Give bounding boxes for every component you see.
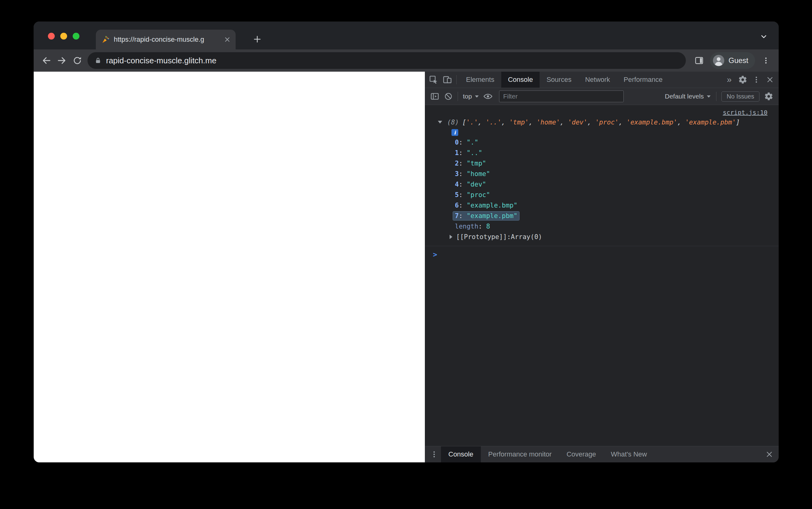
entry-content: 1: ".." xyxy=(455,149,482,157)
drawer-tab-performance-monitor[interactable]: Performance monitor xyxy=(481,446,559,462)
forward-button[interactable] xyxy=(54,53,69,68)
devtools-settings-button[interactable] xyxy=(736,73,750,87)
devtools-menu-button[interactable] xyxy=(750,73,763,87)
drawer-tab-what-s-new[interactable]: What's New xyxy=(603,446,655,462)
colon: : xyxy=(459,160,467,167)
device-toolbar-button[interactable] xyxy=(440,73,454,87)
entry-content: 5: "proc" xyxy=(455,191,490,199)
kebab-menu-icon xyxy=(430,450,438,459)
address-bar[interactable]: rapid-concise-muscle.glitch.me xyxy=(88,52,686,69)
entry-index: 1 xyxy=(455,149,459,157)
comma: , xyxy=(529,118,536,126)
entry-index: 5 xyxy=(455,191,459,199)
drawer-close-button[interactable] xyxy=(762,447,776,461)
array-entry: 5: "proc" xyxy=(425,190,779,200)
console-prompt[interactable]: > xyxy=(425,246,779,259)
console-sidebar-button[interactable] xyxy=(428,90,442,103)
browser-tab[interactable]: https://rapid-concise-muscle.g xyxy=(96,30,236,49)
tab-close-icon[interactable] xyxy=(223,36,231,43)
entry-index: 0 xyxy=(455,139,459,146)
browser-menu-button[interactable] xyxy=(758,53,774,68)
array-entry: 1: ".." xyxy=(425,148,779,158)
desktop-background: https://rapid-concise-muscle.g xyxy=(0,0,812,509)
entry-index: 4 xyxy=(455,181,459,188)
live-expression-button[interactable] xyxy=(481,90,495,103)
comma: , xyxy=(560,118,568,126)
forward-arrow-icon xyxy=(57,55,67,66)
entry-index: 2 xyxy=(455,160,459,167)
drawer-menu-button[interactable] xyxy=(427,447,441,461)
gear-icon xyxy=(764,92,773,101)
entry-value: "proc" xyxy=(467,191,490,199)
colon: : xyxy=(459,191,467,199)
expand-arrow-icon[interactable] xyxy=(438,121,442,124)
prototype-row[interactable]: [[Prototype]]: Array(0) xyxy=(425,232,779,242)
entry-value: "." xyxy=(467,139,478,146)
party-popper-icon xyxy=(101,35,110,44)
traffic-lights xyxy=(48,33,80,39)
browser-window: https://rapid-concise-muscle.g xyxy=(34,22,779,462)
lock-icon[interactable] xyxy=(94,57,102,64)
entry-index: 7 xyxy=(455,212,459,219)
colon: : xyxy=(459,212,467,219)
profile-name: Guest xyxy=(728,56,748,65)
drawer-tab-coverage[interactable]: Coverage xyxy=(559,446,603,462)
highlighted-entry: 7: "example.pbm" xyxy=(453,211,519,220)
console-toolbar: top Default levels xyxy=(425,88,779,105)
preview-string: 'tmp' xyxy=(509,118,529,126)
array-entry: 2: "tmp" xyxy=(425,158,779,169)
entry-value: "tmp" xyxy=(467,160,486,167)
entry-content: 3: "home" xyxy=(455,170,490,178)
entry-index: 3 xyxy=(455,170,459,178)
new-tab-button[interactable] xyxy=(250,32,264,46)
log-levels-dropdown[interactable]: Default levels xyxy=(662,93,714,100)
profile-button[interactable]: Guest xyxy=(710,52,755,69)
devtools-tab-list: ElementsConsoleSourcesNetworkPerformance xyxy=(459,72,669,88)
message-source: script.js:10 xyxy=(425,105,779,117)
context-selector[interactable]: top xyxy=(461,93,481,100)
page-content[interactable] xyxy=(34,72,425,462)
info-icon[interactable]: i xyxy=(451,129,458,136)
entry-content: 0: "." xyxy=(455,139,478,146)
eye-icon xyxy=(483,92,493,101)
console-settings-button[interactable] xyxy=(762,90,776,103)
caret-down-icon xyxy=(475,96,479,98)
console-output[interactable]: script.js:10 (8)['.', '..', 'tmp', 'home… xyxy=(425,105,779,446)
zoom-window-button[interactable] xyxy=(73,33,80,39)
tab-search-button[interactable] xyxy=(757,30,770,43)
devtools-tabbar: ElementsConsoleSourcesNetworkPerformance… xyxy=(425,72,779,88)
source-link[interactable]: script.js:10 xyxy=(723,109,768,116)
close-icon xyxy=(766,75,774,84)
console-sidebar-icon xyxy=(430,92,440,101)
comma: , xyxy=(501,118,509,126)
gear-icon xyxy=(738,75,747,84)
filter-input[interactable] xyxy=(499,91,624,102)
devtools-tab-console[interactable]: Console xyxy=(501,72,540,88)
devtools-tab-elements[interactable]: Elements xyxy=(459,72,501,88)
entry-value: "home" xyxy=(467,170,490,178)
more-tabs-button[interactable]: » xyxy=(722,75,736,84)
preview-string: '..' xyxy=(486,118,502,126)
devtools-tab-performance[interactable]: Performance xyxy=(617,72,669,88)
entry-value: "example.pbm" xyxy=(467,212,517,219)
devtools-tab-network[interactable]: Network xyxy=(578,72,617,88)
clear-console-button[interactable] xyxy=(442,90,455,103)
prototype-label: [[Prototype]] xyxy=(456,232,507,242)
devtools-tab-sources[interactable]: Sources xyxy=(539,72,578,88)
expand-arrow-icon[interactable] xyxy=(449,235,452,239)
comma: , xyxy=(588,118,595,126)
reload-icon xyxy=(72,56,82,66)
back-arrow-icon xyxy=(41,55,52,66)
drawer-tab-console[interactable]: Console xyxy=(441,446,481,462)
issues-counter[interactable]: No Issues xyxy=(721,92,759,102)
inspect-element-button[interactable] xyxy=(427,73,440,87)
url-text[interactable]: rapid-concise-muscle.glitch.me xyxy=(106,56,216,66)
minimize-window-button[interactable] xyxy=(60,33,67,39)
devtools-tabbar-right: » xyxy=(722,73,777,87)
back-button[interactable] xyxy=(39,53,54,68)
side-panel-button[interactable] xyxy=(691,53,707,68)
tab-strip: https://rapid-concise-muscle.g xyxy=(34,22,779,49)
close-window-button[interactable] xyxy=(48,33,55,39)
devtools-close-button[interactable] xyxy=(763,73,777,87)
reload-button[interactable] xyxy=(69,53,85,68)
